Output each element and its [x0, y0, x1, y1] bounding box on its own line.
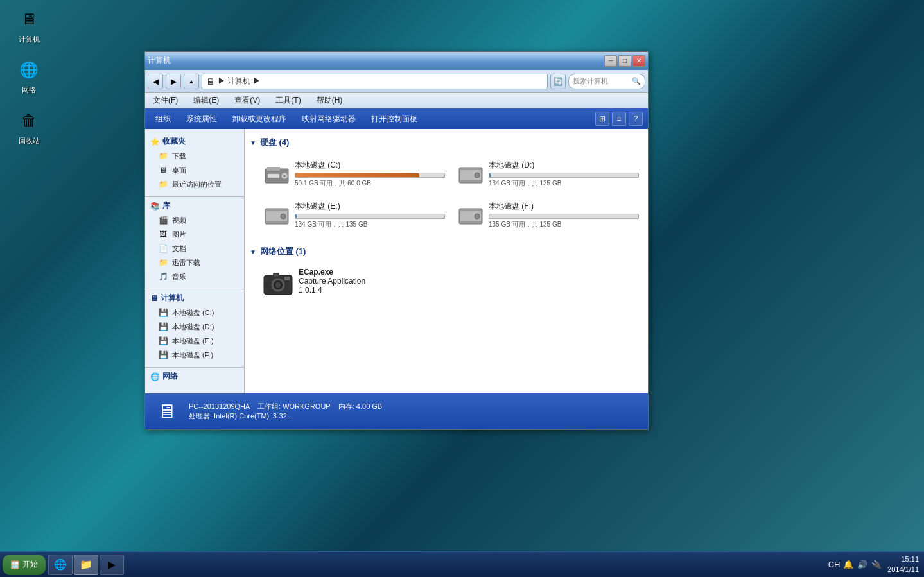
sidebar-network-title[interactable]: 🌐 网络: [145, 369, 244, 384]
clock-date: 2014/1/11: [887, 565, 919, 574]
status-processor: 处理器: Intel(R) Core(TM) i3-32...: [189, 411, 382, 421]
title-bar-left: 计算机: [148, 55, 604, 66]
drivee-icon: 💾: [158, 336, 168, 346]
drive-c-name: 本地磁盘 (C:): [295, 160, 445, 171]
sidebar-favorites-title[interactable]: ⭐ 收藏夹: [145, 134, 244, 149]
taskbar-right: CH 🔔 🔊 🔌 15:11 2014/1/11: [828, 555, 921, 574]
recycle-icon: 🗑: [16, 108, 42, 133]
taskbar-app-media[interactable]: ▶: [100, 555, 124, 575]
minimize-button[interactable]: ─: [604, 55, 617, 67]
forward-button[interactable]: ▶: [166, 74, 181, 89]
sidebar-item-desktop[interactable]: 🖥 桌面: [145, 163, 244, 177]
menu-edit[interactable]: 编辑(E): [191, 95, 222, 106]
desktop: 🖥 计算机 🌐 网络 🗑 回收站 计算机 ─ □ ✕ ◀ ▶: [0, 0, 924, 577]
drivef-icon: 💾: [158, 350, 168, 360]
help-btn[interactable]: ?: [629, 112, 643, 126]
address-box[interactable]: 🖥 ▶ 计算机 ▶: [202, 74, 548, 89]
taskbar-app-explorer[interactable]: 📁: [74, 555, 98, 575]
network-location-item[interactable]: ECap.exe Capture Application 1.0.1.4: [250, 265, 643, 301]
maximize-button[interactable]: □: [618, 55, 631, 67]
menu-tools[interactable]: 工具(T): [273, 95, 303, 106]
clock-time: 15:11: [887, 555, 919, 564]
sidebar-item-music[interactable]: 🎵 音乐: [145, 270, 244, 284]
tray-ch-icon[interactable]: CH: [828, 559, 840, 571]
drive-d-fill: [489, 173, 491, 177]
menu-help[interactable]: 帮助(H): [314, 95, 345, 106]
tray-network-icon[interactable]: 🔌: [871, 559, 882, 571]
drive-f-icon: [458, 202, 484, 228]
toolbar-mapnet[interactable]: 映射网络驱动器: [297, 111, 361, 127]
video-icon: 🎬: [158, 215, 168, 225]
network-icon: 🌐: [16, 57, 42, 83]
tray-volume-icon[interactable]: 🔊: [857, 559, 868, 571]
taskbar-app-ie[interactable]: 🌐: [48, 555, 73, 575]
sidebar-item-drivef[interactable]: 💾 本地磁盘 (F:): [145, 348, 244, 362]
back-button[interactable]: ◀: [148, 74, 163, 89]
toolbar-organize[interactable]: 组织: [150, 111, 176, 127]
drive-e-item[interactable]: 本地磁盘 (E:) 134 GB 可用，共 135 GB: [260, 197, 449, 233]
search-icon: 🔍: [632, 77, 641, 85]
desktop-icon-computer[interactable]: 🖥 计算机: [6, 6, 51, 44]
desktop-icons-area: 🖥 计算机 🌐 网络 🗑 回收站: [6, 6, 51, 146]
drives-section-header[interactable]: ▼ 硬盘 (4): [250, 134, 643, 151]
menu-file[interactable]: 文件(F): [150, 95, 180, 106]
desktop-icon-recycle[interactable]: 🗑 回收站: [6, 108, 51, 146]
drive-d-item[interactable]: 本地磁盘 (D:) 134 GB 可用，共 135 GB: [454, 156, 643, 192]
status-pc-icon: 🖥: [153, 397, 181, 426]
drive-f-item[interactable]: 本地磁盘 (F:) 135 GB 可用，共 135 GB: [454, 197, 643, 233]
menu-view[interactable]: 查看(V): [232, 95, 263, 106]
toolbar-controlpanel[interactable]: 打开控制面板: [366, 111, 423, 127]
drives-section-title: 硬盘 (4): [260, 137, 290, 148]
toolbar-sysinfo[interactable]: 系统属性: [181, 111, 222, 127]
sidebar-item-drivee[interactable]: 💾 本地磁盘 (E:): [145, 334, 244, 348]
desktop-icon-network[interactable]: 🌐 网络: [6, 57, 51, 95]
close-button[interactable]: ✕: [632, 55, 645, 67]
start-button[interactable]: 🪟 开始: [3, 555, 46, 575]
sidebar-item-video[interactable]: 🎬 视频: [145, 213, 244, 227]
network-sidebar-icon: 🌐: [150, 372, 160, 381]
taskbar-apps: 🌐 📁 ▶: [48, 555, 124, 575]
svg-rect-18: [273, 273, 279, 277]
window-controls: ─ □ ✕: [604, 55, 645, 67]
computer-icon-label: 计算机: [19, 35, 40, 44]
sidebar-item-recent[interactable]: 📁 最近访问的位置: [145, 177, 244, 191]
file-area: ▼ 硬盘 (4): [245, 129, 648, 393]
sidebar-item-drivec[interactable]: 💾 本地磁盘 (C:): [145, 306, 244, 320]
drives-arrow-icon: ▼: [250, 139, 256, 146]
up-button[interactable]: ▲: [184, 74, 199, 89]
view-list-btn[interactable]: ≡: [612, 112, 626, 126]
drive-d-bar: [489, 173, 639, 178]
drive-e-size: 134 GB 可用，共 135 GB: [295, 220, 445, 229]
sidebar-item-doc[interactable]: 📄 文档: [145, 241, 244, 255]
media-icon: ▶: [105, 558, 118, 571]
ecap-version: 1.0.1.4: [299, 286, 365, 295]
refresh-button[interactable]: 🔄: [550, 74, 566, 89]
ie-icon: 🌐: [54, 558, 67, 571]
drive-f-name: 本地磁盘 (F:): [489, 201, 639, 212]
sidebar-item-thunder[interactable]: 📁 迅雷下载: [145, 255, 244, 270]
drive-f-info: 本地磁盘 (F:) 135 GB 可用，共 135 GB: [489, 201, 639, 229]
network-section-header[interactable]: ▼ 网络位置 (1): [250, 243, 643, 260]
toolbar: 组织 系统属性 卸载或更改程序 映射网络驱动器 打开控制面板 ⊞ ≡ ?: [145, 108, 648, 129]
clock[interactable]: 15:11 2014/1/11: [887, 555, 919, 574]
sidebar-item-drived[interactable]: 💾 本地磁盘 (D:): [145, 320, 244, 334]
drive-c-info: 本地磁盘 (C:) 50.1 GB 可用，共 60.0 GB: [295, 160, 445, 188]
sidebar-library-title[interactable]: 📚 库: [145, 198, 244, 213]
toolbar-uninstall[interactable]: 卸载或更改程序: [227, 111, 292, 127]
drive-c-size: 50.1 GB 可用，共 60.0 GB: [295, 179, 445, 188]
sidebar-item-downloads[interactable]: 📁 下载: [145, 149, 244, 163]
svg-point-17: [275, 282, 281, 288]
sidebar-favorites-section: ⭐ 收藏夹 📁 下载 🖥 桌面 📁 最近访问的位置: [145, 134, 244, 191]
drive-c-item[interactable]: 本地磁盘 (C:) 50.1 GB 可用，共 60.0 GB: [260, 156, 449, 192]
search-box[interactable]: 搜索计算机 🔍: [568, 74, 645, 89]
view-icon-btn[interactable]: ⊞: [595, 112, 609, 126]
tray-notify-icon[interactable]: 🔔: [842, 559, 854, 571]
drive-c-icon: [264, 161, 290, 187]
address-text: ▶ 计算机 ▶: [218, 76, 261, 87]
svg-rect-19: [284, 277, 290, 280]
sidebar-item-picture[interactable]: 🖼 图片: [145, 227, 244, 241]
downloads-icon: 📁: [158, 151, 168, 161]
sidebar-computer-title[interactable]: 🖥 计算机: [145, 291, 244, 306]
drived-icon: 💾: [158, 322, 168, 332]
taskbar: 🪟 开始 🌐 📁 ▶ CH 🔔 🔊 🔌 15:11 2014/: [0, 551, 924, 577]
